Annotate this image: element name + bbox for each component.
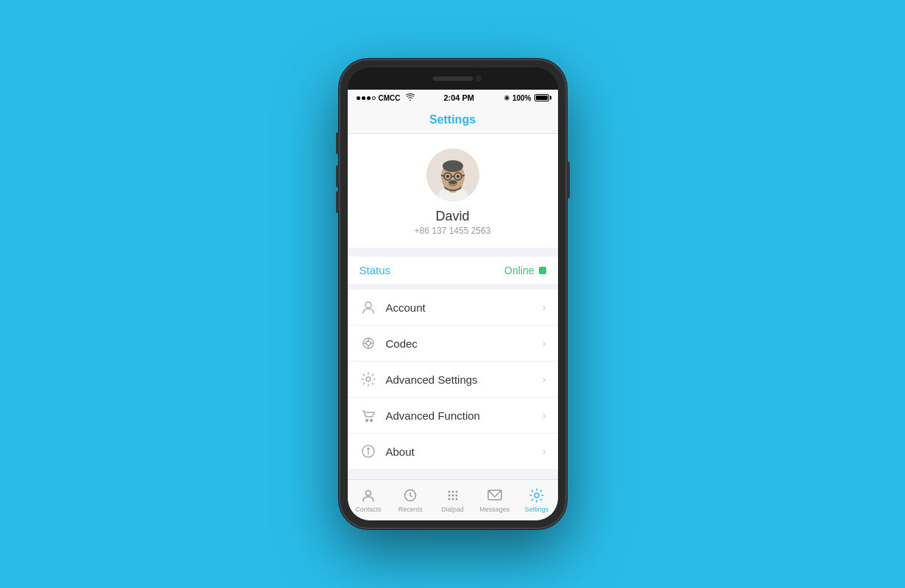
- battery-icon: [534, 94, 549, 101]
- dialpad-tab-label: Dialpad: [441, 506, 464, 513]
- signal-dot-2: [362, 96, 365, 100]
- menu-item-advanced-settings[interactable]: Advanced Settings ›: [348, 362, 558, 398]
- svg-point-31: [451, 491, 454, 493]
- contacts-tab-icon: [360, 487, 376, 503]
- svg-point-40: [534, 493, 539, 498]
- messages-tab-icon: [487, 487, 503, 503]
- battery-percent: 100%: [512, 94, 532, 102]
- svg-point-28: [366, 491, 371, 496]
- tab-settings[interactable]: Settings: [515, 487, 557, 513]
- about-label: About: [386, 445, 543, 458]
- status-left: CMCC: [357, 93, 415, 102]
- phone-shell: CMCC 2:04 PM ✳ 100%: [339, 59, 567, 529]
- phone-top-bar: [348, 68, 558, 90]
- svg-point-30: [448, 491, 450, 493]
- signal-dots: [357, 96, 376, 100]
- svg-point-35: [455, 495, 457, 497]
- account-label: Account: [386, 301, 543, 314]
- status-bar: CMCC 2:04 PM ✳ 100%: [348, 90, 558, 106]
- advanced-settings-icon: [360, 370, 377, 388]
- svg-point-7: [448, 180, 457, 184]
- phone-screen: CMCC 2:04 PM ✳ 100%: [348, 90, 558, 520]
- profile-name: David: [435, 209, 469, 224]
- nav-title: Settings: [429, 113, 476, 126]
- svg-point-27: [368, 448, 369, 450]
- tab-messages[interactable]: Messages: [473, 487, 515, 513]
- signal-dot-4: [372, 96, 376, 100]
- tab-dialpad[interactable]: Dialpad: [432, 487, 473, 513]
- battery-fill: [536, 96, 548, 100]
- codec-chevron: ›: [543, 337, 546, 349]
- screen-content: David +86 137 1455 2563 Status Online: [348, 134, 558, 479]
- svg-point-4: [443, 160, 463, 172]
- advanced-function-chevron: ›: [543, 409, 546, 421]
- svg-point-32: [455, 491, 457, 493]
- about-chevron: ›: [543, 445, 546, 457]
- bluetooth-icon: ✳: [504, 94, 509, 102]
- svg-point-38: [455, 498, 457, 501]
- recents-tab-label: Recents: [398, 506, 423, 513]
- account-icon: [360, 298, 377, 316]
- signal-dot-3: [367, 96, 371, 100]
- svg-point-37: [451, 498, 454, 501]
- recents-tab-icon: [402, 487, 418, 503]
- status-right: ✳ 100%: [504, 94, 549, 102]
- svg-point-14: [457, 175, 459, 178]
- tab-bar: Contacts Recents: [348, 479, 558, 520]
- svg-point-34: [451, 495, 454, 497]
- tab-contacts[interactable]: Contacts: [348, 487, 390, 513]
- svg-point-36: [448, 498, 450, 501]
- codec-icon: [360, 334, 377, 352]
- svg-point-17: [366, 341, 371, 345]
- carrier-name: CMCC: [379, 94, 401, 102]
- menu-item-account[interactable]: Account ›: [348, 290, 558, 326]
- status-row[interactable]: Status Online: [348, 257, 558, 284]
- about-icon: [360, 442, 377, 460]
- codec-label: Codec: [386, 337, 543, 350]
- status-time: 2:04 PM: [443, 93, 474, 102]
- menu-item-about[interactable]: About ›: [348, 434, 558, 469]
- status-text: Online: [504, 265, 534, 276]
- menu-item-codec[interactable]: Codec ›: [348, 326, 558, 362]
- settings-tab-icon: [529, 487, 545, 503]
- menu-item-advanced-function[interactable]: Advanced Function ›: [348, 398, 558, 434]
- phone-speaker: [432, 76, 473, 81]
- status-section-label: Status: [360, 264, 391, 276]
- profile-phone: +86 137 1455 2563: [415, 226, 491, 236]
- online-indicator: [539, 267, 546, 274]
- tab-recents[interactable]: Recents: [390, 487, 432, 513]
- phone-screen-wrapper: CMCC 2:04 PM ✳ 100%: [348, 68, 558, 520]
- profile-section: David +86 137 1455 2563: [348, 134, 558, 248]
- advanced-function-label: Advanced Function: [386, 409, 543, 422]
- account-chevron: ›: [543, 301, 546, 313]
- messages-tab-label: Messages: [479, 506, 509, 513]
- phone-camera: [476, 76, 482, 82]
- advanced-settings-label: Advanced Settings: [386, 373, 543, 386]
- svg-point-15: [365, 302, 371, 308]
- menu-list: Account ›: [348, 290, 558, 469]
- avatar: [426, 148, 479, 201]
- status-value: Online: [504, 265, 545, 276]
- svg-point-33: [448, 495, 450, 497]
- nav-bar: Settings: [348, 106, 558, 134]
- advanced-settings-chevron: ›: [543, 373, 546, 385]
- battery-body: [534, 94, 549, 101]
- dialpad-tab-icon: [445, 487, 461, 503]
- wifi-icon: [406, 93, 415, 102]
- contacts-tab-label: Contacts: [355, 506, 382, 513]
- svg-point-13: [446, 175, 449, 178]
- svg-point-22: [366, 377, 371, 381]
- advanced-function-icon: [360, 406, 377, 424]
- settings-tab-label: Settings: [525, 506, 549, 513]
- svg-point-23: [365, 420, 368, 422]
- svg-point-24: [370, 420, 372, 422]
- signal-dot-1: [357, 96, 360, 100]
